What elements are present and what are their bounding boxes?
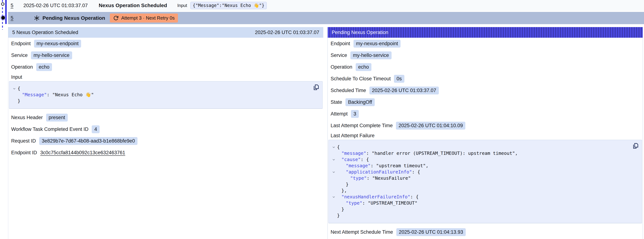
field-value-badge-request-id: 3e829b7e-7d67-4b08-aad3-b1e868bfe9e0 bbox=[39, 137, 138, 145]
retry-icon bbox=[113, 15, 118, 21]
json-text: } bbox=[342, 206, 344, 212]
collapse-toggle[interactable] bbox=[330, 156, 337, 161]
selected-event-accent-bar bbox=[5, 0, 7, 24]
field-value-link-endpoint-id[interactable]: 3c0c75ccfa8144b092c13ce632463761 bbox=[40, 150, 125, 156]
code-block-input: {"Message": "Nexus Echo 👋"} bbox=[9, 81, 322, 109]
event-id-link[interactable]: 5 bbox=[10, 3, 16, 8]
detail-row-next-attempt-schedule-time: Next Attempt Schedule Time2025-02-26 UTC… bbox=[328, 226, 643, 238]
json-text: } bbox=[346, 182, 348, 187]
json-text: }, bbox=[342, 188, 347, 193]
json-text: : "UPSTREAM_TIMEOUT" bbox=[362, 200, 417, 206]
code-gutter bbox=[330, 200, 337, 202]
field-value-badge-service: my-hello-service bbox=[31, 52, 72, 59]
field-label-last-attempt-failure: Last Attempt Failure bbox=[328, 132, 643, 140]
code-line: } bbox=[330, 181, 629, 188]
json-key: "Message" bbox=[22, 92, 47, 97]
event-detail-header-title: 5 Nexus Operation Scheduled bbox=[12, 30, 78, 35]
collapse-chevron-icon bbox=[332, 196, 336, 198]
json-key: "applicationFailureInfo" bbox=[346, 169, 412, 174]
field-value-badge-operation: echo bbox=[36, 63, 52, 71]
field-value-badge-operation: echo bbox=[356, 63, 372, 71]
code-gutter bbox=[330, 206, 337, 208]
field-label: Schedule To Close Timeout bbox=[330, 76, 391, 82]
event-timestamp: 2025-02-26 UTC 01:03:37.07 bbox=[24, 3, 88, 8]
field-label: Operation bbox=[11, 64, 33, 70]
json-key: "cause" bbox=[342, 157, 361, 162]
code-line: "message": "handler error (UPSTREAM_TIME… bbox=[330, 150, 629, 156]
pending-asterisk-icon bbox=[34, 15, 40, 21]
code-content: } bbox=[337, 206, 344, 212]
input-preview-chip[interactable]: {"Message":"Nexus Echo 👋"} bbox=[190, 2, 267, 9]
code-gutter bbox=[11, 92, 18, 93]
code-content: "type": "UPSTREAM_TIMEOUT" bbox=[337, 200, 417, 206]
json-key: "message" bbox=[342, 150, 366, 156]
field-label: Service bbox=[330, 52, 347, 58]
json-text: } bbox=[337, 213, 340, 218]
json-text: : "upstream timeout", bbox=[370, 163, 428, 168]
json-text: : { bbox=[412, 169, 420, 174]
detail-row-attempt: Attempt3 bbox=[328, 108, 643, 120]
detail-row-endpoint: Endpointmy-nexus-endpoint bbox=[328, 38, 643, 50]
json-text: : { bbox=[410, 194, 418, 200]
json-text: { bbox=[18, 86, 20, 91]
copy-button[interactable] bbox=[312, 84, 320, 91]
code-line: { bbox=[11, 86, 310, 92]
detail-row-workflow-task-completed-event-id: Workflow Task Completed Event ID4 bbox=[8, 123, 323, 135]
json-key: "type" bbox=[346, 200, 362, 206]
detail-row-scheduled-time: Scheduled Time2025-02-26 UTC 01:03:37.07 bbox=[328, 84, 643, 96]
collapse-toggle[interactable] bbox=[330, 194, 337, 198]
detail-row-nexus-header: Nexus Headerpresent bbox=[8, 112, 323, 123]
field-value-badge-endpoint: my-nexus-endpoint bbox=[354, 40, 401, 48]
field-label: Nexus Header bbox=[11, 115, 43, 120]
detail-row-endpoint: Endpointmy-nexus-endpoint bbox=[8, 38, 323, 50]
field-label: Endpoint ID bbox=[11, 150, 37, 156]
event-row-nexus-operation-scheduled[interactable]: 5 2025-02-26 UTC 01:03:37.07 Nexus Opera… bbox=[8, 0, 644, 11]
retry-badge-label: Attempt 3 · Next Retry 0s bbox=[121, 15, 175, 21]
collapse-chevron-icon bbox=[332, 170, 336, 174]
json-text: { bbox=[337, 144, 340, 150]
code-content: "Message": "Nexus Echo 👋" bbox=[18, 92, 94, 98]
collapse-toggle[interactable] bbox=[330, 144, 337, 149]
collapse-chevron-icon bbox=[332, 158, 336, 161]
field-label: Workflow Task Completed Event ID bbox=[11, 126, 88, 132]
json-text: : { bbox=[361, 157, 369, 162]
json-key: "nexusHandlerFailureInfo" bbox=[342, 194, 410, 200]
field-label: Next Attempt Schedule Time bbox=[330, 229, 393, 235]
copy-icon bbox=[632, 142, 639, 150]
code-content: "message": "upstream timeout", bbox=[337, 163, 428, 169]
event-title: Pending Nexus Operation bbox=[42, 15, 105, 21]
copy-button[interactable] bbox=[632, 142, 639, 150]
code-line: "type": "UPSTREAM_TIMEOUT" bbox=[330, 200, 629, 206]
code-gutter bbox=[330, 212, 337, 214]
input-label: Input bbox=[178, 3, 187, 8]
field-label: Request ID bbox=[11, 138, 36, 144]
field-value-badge-last-attempt-complete-time: 2025-02-26 UTC 01:04:10.09 bbox=[396, 122, 465, 130]
field-label: Last Attempt Complete Time bbox=[330, 123, 393, 128]
detail-row-state: StateBackingOff bbox=[328, 96, 643, 108]
code-line: { bbox=[330, 144, 629, 150]
code-content: }, bbox=[337, 188, 347, 194]
event-title: Nexus Operation Scheduled bbox=[99, 2, 167, 8]
code-content: "applicationFailureInfo": { bbox=[337, 169, 420, 175]
field-value-badge-attempt: 3 bbox=[351, 110, 359, 118]
code-line: }, bbox=[330, 188, 629, 194]
field-label: Attempt bbox=[330, 111, 348, 117]
code-gutter bbox=[11, 98, 18, 100]
event-detail-header-time: 2025-02-26 UTC 01:03:37.07 bbox=[255, 30, 319, 35]
pending-operation-header: Pending Nexus Operation bbox=[328, 27, 643, 38]
collapse-toggle[interactable] bbox=[330, 169, 337, 174]
detail-row-request-id: Request ID3e829b7e-7d67-4b08-aad3-b1e868… bbox=[8, 135, 323, 147]
field-value-badge-workflow-task-completed-event-id: 4 bbox=[92, 125, 100, 133]
code-content: "nexusHandlerFailureInfo": { bbox=[337, 194, 418, 200]
copy-icon bbox=[312, 84, 320, 91]
event-row-pending-nexus-operation[interactable]: 5 Pending Nexus Operation Attempt 3 · Ne… bbox=[8, 12, 644, 24]
json-text: : "Nexus Echo 👋" bbox=[47, 92, 94, 97]
field-value-badge-scheduled-time: 2025-02-26 UTC 01:03:37.07 bbox=[370, 86, 439, 94]
json-key: "type" bbox=[350, 176, 367, 181]
field-label-input: Input bbox=[8, 73, 323, 81]
field-value-badge-next-attempt-schedule-time: 2025-02-26 UTC 01:04:13.93 bbox=[396, 228, 466, 236]
event-id-link[interactable]: 5 bbox=[10, 15, 16, 21]
code-content: } bbox=[18, 98, 20, 104]
code-line: "applicationFailureInfo": { bbox=[330, 169, 629, 175]
collapse-toggle[interactable] bbox=[11, 86, 18, 90]
